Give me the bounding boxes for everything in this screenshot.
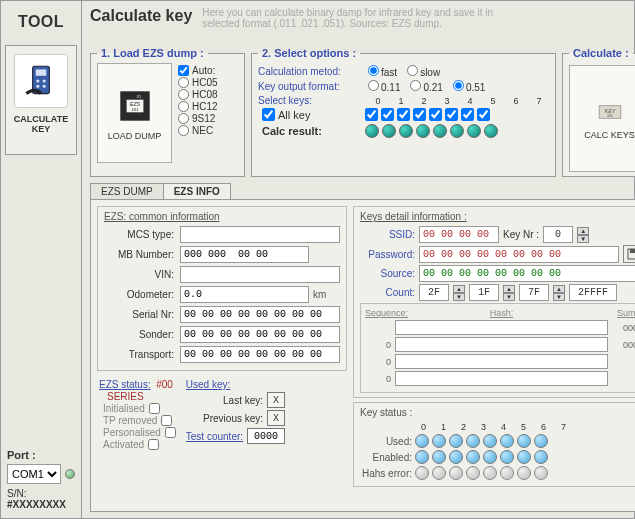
- count3: 7F: [519, 284, 549, 301]
- svg-text:EZS: EZS: [129, 101, 140, 107]
- tool-label: CALCULATE KEY: [10, 114, 72, 134]
- serial-input[interactable]: [180, 306, 340, 323]
- key-icon: KEY 101: [592, 98, 628, 126]
- hash-error-led: [415, 466, 429, 480]
- panel-calculate: Calculate : KEY 101 CALC KEYS: [562, 47, 635, 177]
- all-key-checkbox[interactable]: All key: [262, 108, 362, 121]
- method-fast-radio[interactable]: fast: [364, 65, 397, 78]
- ezs-chip-icon: EZS 101 01: [114, 85, 156, 127]
- test-counter-value[interactable]: [247, 428, 285, 444]
- tool-title: TOOL: [5, 13, 77, 31]
- count2: 1F: [469, 284, 499, 301]
- keynr-down[interactable]: ▼: [577, 235, 589, 243]
- fmt-011-radio[interactable]: 0.11: [364, 80, 400, 93]
- cpu-hc05-radio[interactable]: HC05: [178, 77, 218, 88]
- cpu-9s12-radio[interactable]: 9S12: [178, 113, 218, 124]
- select-keys-label: Select keys:: [258, 95, 358, 106]
- svg-point-4: [36, 85, 39, 88]
- key-0-checkbox[interactable]: [365, 108, 378, 121]
- result-led-1: [382, 124, 396, 138]
- tab-ezs-dump[interactable]: EZS DUMP: [90, 183, 164, 199]
- transport-input[interactable]: [180, 346, 340, 363]
- save-password-button[interactable]: [623, 245, 635, 263]
- result-led-5: [450, 124, 464, 138]
- group-common-info: EZS: common information MCS type: MB Num…: [97, 206, 347, 371]
- key-7-checkbox[interactable]: [477, 108, 490, 121]
- source-input[interactable]: [419, 265, 635, 282]
- key-device-icon: [14, 54, 68, 108]
- prev-key-value: X: [267, 410, 285, 426]
- group-keys-detail: Keys detail information : SSID: Key Nr :…: [353, 206, 635, 398]
- calc-keys-button[interactable]: KEY 101 CALC KEYS: [569, 65, 635, 172]
- password-input[interactable]: [419, 246, 619, 263]
- fmt-051-radio[interactable]: 0.51: [449, 80, 485, 93]
- port-select[interactable]: COM1: [7, 464, 61, 484]
- key-5-checkbox[interactable]: [445, 108, 458, 121]
- page-title: Calculate key: [90, 7, 192, 25]
- cpu-hc12-radio[interactable]: HC12: [178, 101, 218, 112]
- tool-calculate-key[interactable]: CALCULATE KEY: [5, 45, 77, 155]
- result-led-3: [416, 124, 430, 138]
- svg-point-3: [43, 79, 46, 82]
- result-led-2: [399, 124, 413, 138]
- used-led: [415, 434, 429, 448]
- tp-removed-checkbox[interactable]: [161, 415, 172, 426]
- result-led-6: [467, 124, 481, 138]
- keynr-up[interactable]: ▲: [577, 227, 589, 235]
- method-slow-radio[interactable]: slow: [403, 65, 440, 78]
- result-led-7: [484, 124, 498, 138]
- fmt-021-radio[interactable]: 0.21: [406, 80, 442, 93]
- ssid-input[interactable]: [419, 226, 499, 243]
- page-hint: Here you can calculate binary damp for i…: [202, 7, 502, 29]
- svg-rect-1: [36, 69, 47, 75]
- output-format-label: Key output format:: [258, 81, 358, 92]
- personalised-checkbox[interactable]: [165, 427, 176, 438]
- mcs-type-input[interactable]: [180, 226, 340, 243]
- svg-text:KEY: KEY: [604, 107, 615, 113]
- svg-text:101: 101: [131, 107, 139, 112]
- hash-3[interactable]: [395, 371, 608, 386]
- result-led-0: [365, 124, 379, 138]
- calc-result-label: Calc result:: [262, 125, 362, 137]
- activated-checkbox[interactable]: [148, 439, 159, 450]
- ezs-status-value: #00: [156, 379, 173, 390]
- panel-calc-legend: Calculate :: [569, 47, 633, 59]
- svg-point-5: [43, 85, 46, 88]
- hash-0[interactable]: [395, 320, 608, 335]
- hash-2[interactable]: [395, 354, 608, 369]
- port-label: Port :: [7, 449, 75, 461]
- ezs-series: SERIES: [107, 391, 144, 402]
- panel-load-ezs: 1. Load EZS dump : EZS 101 01 LOAD DUMP …: [90, 47, 245, 177]
- port-status-led: [65, 469, 75, 479]
- load-dump-button[interactable]: EZS 101 01 LOAD DUMP: [97, 63, 172, 163]
- svg-text:101: 101: [607, 114, 613, 118]
- panel-load-legend: 1. Load EZS dump :: [97, 47, 208, 59]
- svg-text:01: 01: [136, 94, 141, 99]
- key-2-checkbox[interactable]: [397, 108, 410, 121]
- used-key-label: Used key:: [186, 379, 285, 390]
- svg-point-2: [36, 79, 39, 82]
- mb-number-input[interactable]: [180, 246, 309, 263]
- sn-value: #XXXXXXXX: [7, 499, 66, 510]
- sn-label: S/N:: [7, 488, 26, 499]
- tab-ezs-info[interactable]: EZS INFO: [163, 183, 231, 199]
- panel-select-legend: 2. Select options :: [258, 47, 360, 59]
- panel-select-options: 2. Select options : Calculation metod: f…: [251, 47, 556, 177]
- odometer-input[interactable]: [180, 286, 309, 303]
- key-6-checkbox[interactable]: [461, 108, 474, 121]
- initialised-checkbox[interactable]: [149, 403, 160, 414]
- cpu-nec-radio[interactable]: NEC: [178, 125, 218, 136]
- sonder-input[interactable]: [180, 326, 340, 343]
- hash-1[interactable]: [395, 337, 608, 352]
- count4: 2FFFF: [569, 284, 617, 301]
- key-3-checkbox[interactable]: [413, 108, 426, 121]
- auto-checkbox[interactable]: Auto:: [178, 65, 218, 76]
- ezs-status-label: EZS status:: [99, 379, 151, 390]
- key-1-checkbox[interactable]: [381, 108, 394, 121]
- enabled-led: [415, 450, 429, 464]
- cpu-hc08-radio[interactable]: HC08: [178, 89, 218, 100]
- key-4-checkbox[interactable]: [429, 108, 442, 121]
- vin-input[interactable]: [180, 266, 340, 283]
- group-key-status: Key status : 01234567 Used: Enabled: Hah…: [353, 402, 635, 487]
- test-counter-label[interactable]: Test counter:: [186, 431, 243, 442]
